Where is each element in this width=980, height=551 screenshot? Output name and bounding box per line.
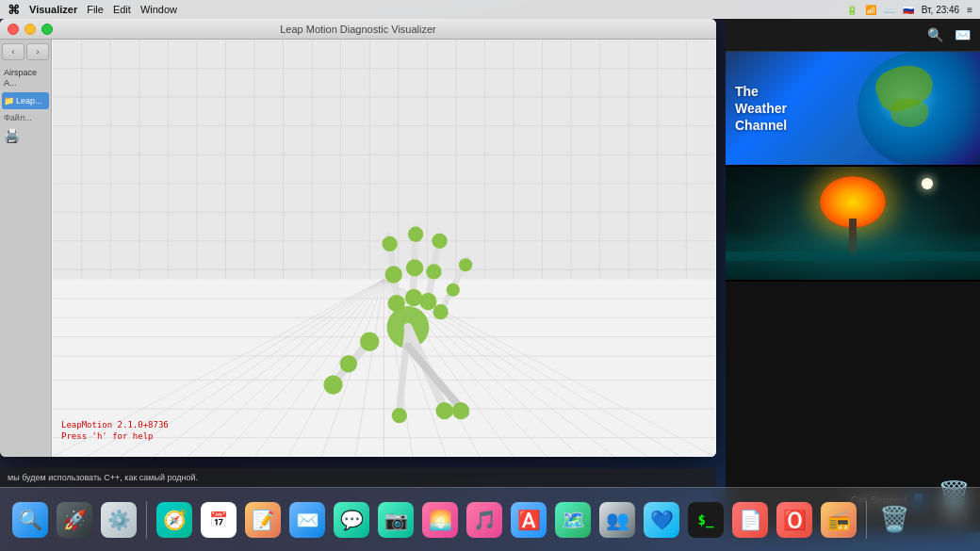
sidebar-app-label: Airspace A... [2, 66, 49, 90]
svg-point-72 [406, 259, 423, 276]
menubar: ⌘ Visualizer File Edit Window 🔋 📶 ⌨️ 🇷🇺 … [0, 0, 980, 19]
dock-item-sysprefs[interactable]: ⚙️ [98, 499, 139, 541]
weather-channel-text: The Weather Channel [735, 83, 787, 135]
dock-item-acrobat[interactable]: 📄 [729, 499, 771, 541]
dock-item-terminal[interactable]: $_ [685, 499, 727, 541]
viz-canvas: LeapMotion 2.1.0+8736 Press 'h' for help [52, 40, 716, 457]
sidebar-file-item[interactable]: Файл... [2, 111, 49, 124]
svg-point-77 [432, 234, 447, 249]
dock-item-skype[interactable]: 💙 [641, 499, 682, 541]
app-menu-visualizer[interactable]: Visualizer [29, 4, 77, 15]
dock-item-trash[interactable]: 🗑️ [874, 499, 915, 541]
sidebar-leap-label: Leap... [16, 96, 42, 105]
window-minimize-button[interactable] [24, 24, 36, 35]
sidebar-item-leap[interactable]: 📁 Leap... [2, 92, 49, 109]
sidebar-nav: ‹ › [2, 43, 49, 60]
svg-point-80 [447, 284, 460, 297]
mail-icon[interactable]: ✉️ [955, 27, 971, 42]
dock-item-photos[interactable]: 🌅 [419, 499, 461, 541]
dock-item-finder[interactable]: 🔍 [9, 499, 51, 541]
dock-item-opera[interactable]: 🅾️ [774, 499, 815, 541]
menu-window[interactable]: Window [140, 4, 177, 15]
dock: 🔍 🚀 ⚙️ 🧭 📅 📝 ✉️ 💬 [0, 487, 980, 551]
sidebar-print-icon[interactable]: 🖨️ [2, 126, 49, 145]
dock-item-radio[interactable]: 📻 [818, 499, 859, 541]
svg-point-85 [392, 408, 407, 423]
grid-visualization [52, 40, 716, 457]
svg-point-79 [433, 304, 448, 319]
svg-point-68 [385, 266, 402, 283]
menubar-battery-icon: 🔋 [846, 5, 858, 15]
menubar-clock: Вт, 23:46 [922, 5, 959, 15]
dock-item-safari[interactable]: 🧭 [154, 499, 195, 541]
menubar-keyboard-icon: ⌨️ [884, 5, 895, 15]
dock-item-contacts[interactable]: 👥 [596, 499, 638, 541]
sidebar-forward-button[interactable]: › [26, 43, 49, 60]
svg-point-69 [382, 236, 397, 251]
dock-separator-2 [866, 501, 867, 539]
window-maximize-button[interactable] [41, 24, 53, 35]
nature-scene-card[interactable] [726, 167, 980, 282]
svg-point-67 [388, 295, 405, 312]
window-title: Leap Motion Diagnostic Visualizer [280, 24, 436, 35]
svg-point-65 [323, 375, 342, 394]
bottom-content-bar: мы будем использовать С++, как самый род… [0, 468, 716, 487]
nature-scene-image [726, 167, 980, 280]
dock-item-facetime[interactable]: 📷 [375, 499, 416, 541]
weather-globe-image [858, 52, 980, 167]
weather-channel-card[interactable]: The Weather Channel [726, 52, 980, 167]
svg-point-64 [340, 355, 357, 372]
svg-point-73 [408, 227, 423, 242]
svg-point-81 [459, 258, 472, 271]
desktop: ⌘ Visualizer File Edit Window 🔋 📶 ⌨️ 🇷🇺 … [0, 0, 980, 551]
window-close-button[interactable] [8, 24, 19, 35]
svg-point-63 [360, 332, 379, 351]
right-panel: 🔍 ✉️ The Weather Channel [726, 19, 980, 532]
menubar-flag-icon: 🇷🇺 [903, 5, 914, 15]
svg-point-87 [452, 402, 469, 419]
menubar-wifi-icon: 📶 [865, 5, 876, 15]
dock-item-messages[interactable]: 💬 [331, 499, 372, 541]
dock-item-appstore[interactable]: 🅰️ [508, 499, 549, 541]
menu-edit[interactable]: Edit [113, 4, 131, 15]
window-titlebar: Leap Motion Diagnostic Visualizer [0, 19, 716, 40]
dock-separator-1 [146, 501, 147, 539]
sidebar: ‹ › Airspace A... 📁 Leap... Файл... 🖨️ [0, 40, 52, 457]
dock-item-itunes[interactable]: 🎵 [464, 499, 505, 541]
water-reflection [726, 251, 980, 280]
sidebar-back-button[interactable]: ‹ [2, 43, 24, 60]
menubar-notification-icon[interactable]: ≡ [967, 5, 972, 15]
apple-menu[interactable]: ⌘ [8, 3, 20, 17]
dock-item-calendar[interactable]: 📅 [198, 499, 239, 541]
svg-point-75 [419, 293, 436, 310]
svg-point-84 [435, 402, 452, 419]
menu-file[interactable]: File [87, 4, 104, 15]
sidebar-leap-icon: 📁 [4, 96, 14, 105]
right-panel-topbar: 🔍 ✉️ [726, 19, 980, 52]
search-icon[interactable]: 🔍 [927, 27, 943, 42]
dock-item-maps[interactable]: 🗺️ [552, 499, 594, 541]
dock-item-launchpad[interactable]: 🚀 [54, 499, 95, 541]
svg-point-76 [426, 264, 441, 279]
visualizer-area: LeapMotion 2.1.0+8736 Press 'h' for help [52, 40, 716, 457]
moon-icon [922, 178, 933, 189]
viz-version-text: LeapMotion 2.1.0+8736 Press 'h' for help [61, 419, 169, 443]
dock-item-notes[interactable]: 📝 [242, 499, 284, 541]
bottom-content-text: мы будем использовать С++, как самый род… [8, 473, 198, 482]
window-content: ‹ › Airspace A... 📁 Leap... Файл... 🖨️ [0, 40, 716, 457]
dock-item-mail[interactable]: ✉️ [286, 499, 328, 541]
app-window: Leap Motion Diagnostic Visualizer ‹ › Ai… [0, 19, 716, 457]
